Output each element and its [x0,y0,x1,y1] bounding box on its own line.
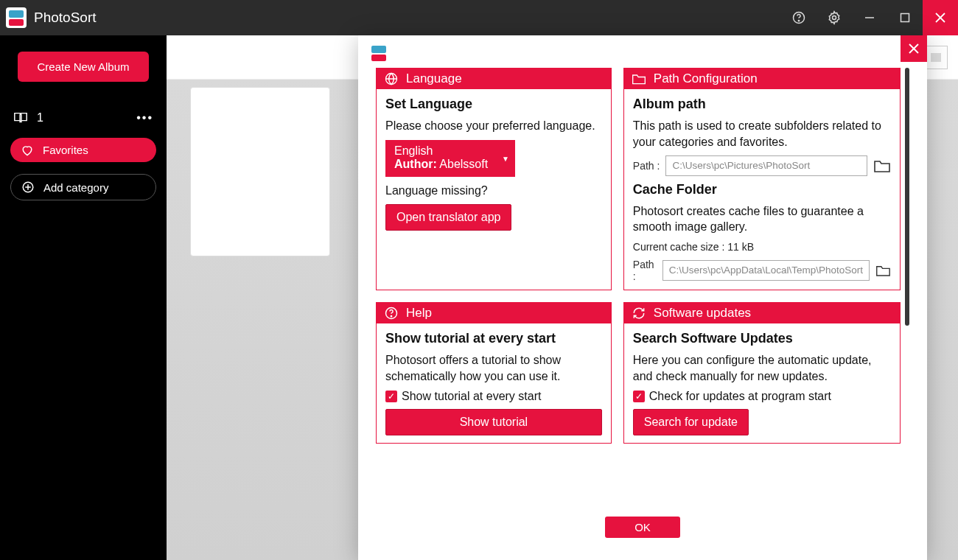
gear-icon [827,10,842,25]
maximize-icon [900,13,910,23]
album-index-label: 1 [37,111,43,125]
folder-icon [632,72,646,85]
favorites-label: Favorites [43,144,88,156]
help-icon [384,306,399,321]
photo-thumbnail[interactable] [190,87,330,256]
updates-checkbox-row[interactable]: ✓ Check for updates at program start [633,390,891,403]
modal-header [358,35,927,65]
album-path-desc: This path is used to create subfolders r… [633,118,891,150]
path-label-2: Path : [633,259,657,282]
chevron-down-icon: ▼ [502,154,509,162]
svg-point-2 [833,16,836,20]
path-header-label: Path Configuration [654,71,758,86]
heart-icon [21,144,34,156]
refresh-icon [632,306,646,321]
titlebar-right [781,0,958,35]
titlebar-left: PhotoSort [6,7,97,28]
close-icon [934,12,946,24]
help-button[interactable] [781,0,817,35]
svg-point-1 [798,21,799,21]
updates-checkbox-label: Check for updates at program start [649,390,831,403]
list-view-button[interactable] [924,46,948,69]
language-author: Author: Abelssoft [394,158,506,171]
favorites-button[interactable]: Favorites [10,138,156,162]
add-category-button[interactable]: Add category [10,174,156,200]
globe-icon [384,71,399,86]
checkbox-checked-icon: ✓ [385,391,397,402]
minimize-button[interactable] [852,0,887,35]
browse-folder-icon[interactable] [873,158,891,173]
svg-rect-4 [901,14,909,22]
browse-folder-icon-2[interactable] [875,263,891,278]
cache-desc: Photosort creates cache files to guarant… [633,203,891,235]
help-card: Help Show tutorial at every start Photos… [376,302,612,444]
language-card: Language Set Language Please choose your… [376,68,612,290]
add-category-label: Add category [43,181,108,194]
workspace: Create New Album 1 ••• Favorites Add cat… [0,35,958,560]
path-card-header: Path Configuration [624,69,900,89]
help-card-header: Help [377,303,611,323]
help-title: Show tutorial at every start [385,331,602,346]
language-title: Set Language [385,97,602,112]
updates-card: Software updates Search Software Updates… [623,302,901,444]
album-path-title: Album path [633,97,891,112]
updates-header-label: Software updates [654,306,751,321]
updates-desc: Here you can configure the automatic upd… [633,352,891,384]
cache-path-row: Path : C:\Users\pc\AppData\Local\Temp\Ph… [633,259,891,282]
close-icon [908,43,920,55]
app-logo-icon [6,7,27,28]
album-menu-icon[interactable]: ••• [136,111,153,125]
book-icon [13,111,28,125]
close-button[interactable] [923,0,958,35]
settings-button[interactable] [817,0,852,35]
sidebar: Create New Album 1 ••• Favorites Add cat… [0,35,167,560]
main-area: Filter by ... ▾ [167,35,958,560]
modal-close-button[interactable] [901,35,927,62]
minimize-icon [864,13,875,23]
language-header-label: Language [406,71,462,86]
language-card-header: Language [377,69,611,89]
album-row[interactable]: 1 ••• [0,104,167,132]
tutorial-checkbox-label: Show tutorial at every start [402,390,541,403]
settings-modal: Language Set Language Please choose your… [358,35,927,560]
help-icon [791,10,806,25]
updates-title: Search Software Updates [633,331,891,346]
tutorial-checkbox-row[interactable]: ✓ Show tutorial at every start [385,390,602,403]
path-label: Path : [633,160,660,172]
search-update-button[interactable]: Search for update [633,409,749,435]
checkbox-checked-icon: ✓ [633,391,645,402]
app-title: PhotoSort [34,10,97,26]
create-album-button[interactable]: Create New Album [18,52,149,82]
cache-title: Cache Folder [633,182,891,197]
modal-footer: OK [358,517,927,538]
titlebar: PhotoSort [0,0,958,35]
svg-rect-14 [931,53,941,62]
album-path-row: Path : C:\Users\pc\Pictures\PhotoSort [633,155,891,176]
path-card: Path Configuration Album path This path … [623,68,901,290]
language-select[interactable]: English Author: Abelssoft ▼ [385,140,515,177]
single-icon [930,52,942,63]
modal-logo-icon [368,43,389,63]
svg-point-19 [391,315,391,316]
updates-card-header: Software updates [624,303,900,323]
language-desc: Please choose your preferred language. [385,118,602,134]
open-translator-button[interactable]: Open translator app [385,204,511,231]
show-tutorial-button[interactable]: Show tutorial [385,409,602,435]
album-path-input[interactable]: C:\Users\pc\Pictures\PhotoSort [665,155,867,176]
plus-circle-icon [21,181,35,194]
modal-scrollbar[interactable] [905,68,909,326]
cache-size-label: Current cache size : 11 kB [633,241,891,253]
ok-button[interactable]: OK [605,517,680,538]
language-selected: English [394,144,506,158]
maximize-button[interactable] [887,0,923,35]
modal-body: Language Set Language Please choose your… [376,68,901,504]
language-missing: Language missing? [385,183,602,199]
help-header-label: Help [406,306,432,321]
help-desc: Photosort offers a tutorial to show sche… [385,352,602,384]
cache-path-input[interactable]: C:\Users\pc\AppData\Local\Temp\PhotoSort [662,260,870,281]
